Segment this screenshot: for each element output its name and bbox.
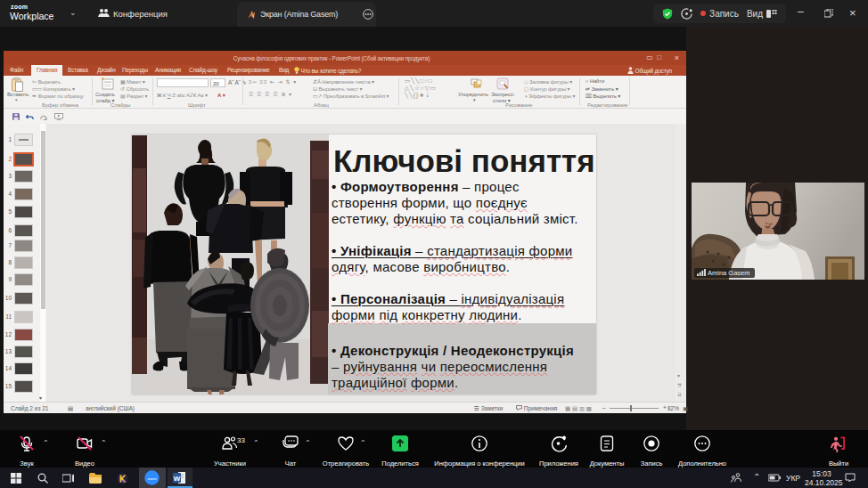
svg-text:zoom: zoom (147, 476, 157, 481)
svg-text:W: W (174, 475, 181, 483)
